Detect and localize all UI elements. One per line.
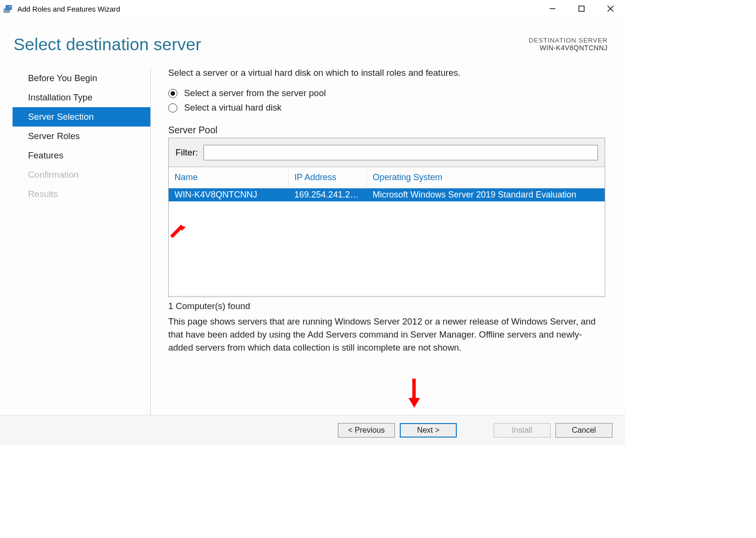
close-button[interactable]: [596, 0, 625, 17]
radio-label: Select a server from the server pool: [184, 88, 326, 99]
server-row[interactable]: WIN-K4V8QNTCNNJ 169.254.241.22... Micros…: [169, 188, 605, 201]
maximize-button[interactable]: [567, 0, 596, 17]
filter-input[interactable]: [204, 145, 598, 160]
titlebar: Add Roles and Features Wizard: [0, 0, 625, 17]
radio-server-pool[interactable]: Select a server from the server pool: [168, 88, 608, 99]
column-header-ip[interactable]: IP Address: [289, 167, 367, 188]
nav-before-you-begin[interactable]: Before You Begin: [13, 69, 150, 88]
nav-item-label: Installation Type: [28, 92, 92, 103]
cancel-button[interactable]: Cancel: [555, 423, 612, 438]
destination-server-label: DESTINATION SERVER: [529, 37, 608, 44]
annotation-arrow-icon: [405, 377, 424, 411]
button-label: Install: [512, 426, 532, 435]
cell-ip: 169.254.241.22...: [289, 190, 367, 200]
computers-found-text: 1 Computer(s) found: [168, 301, 608, 311]
radio-group: Select a server from the server pool Sel…: [168, 88, 608, 113]
minimize-button[interactable]: [538, 0, 567, 17]
grid-header: Name IP Address Operating System: [169, 167, 605, 188]
destination-server-block: DESTINATION SERVER WIN-K4V8QNTCNNJ: [529, 35, 608, 52]
main-pane: Select a server or a virtual hard disk o…: [151, 68, 608, 415]
radio-icon: [168, 103, 177, 113]
destination-server-value: WIN-K4V8QNTCNNJ: [529, 44, 608, 52]
svg-rect-2: [9, 6, 11, 7]
app-icon: [3, 4, 13, 14]
nav-item-label: Confirmation: [28, 170, 79, 180]
cell-os: Microsoft Windows Server 2019 Standard E…: [367, 190, 605, 200]
cell-name: WIN-K4V8QNTCNNJ: [169, 190, 289, 200]
button-label: < Previous: [348, 426, 385, 435]
nav-item-label: Results: [28, 189, 58, 199]
button-label: Cancel: [572, 426, 596, 435]
svg-rect-9: [412, 379, 416, 399]
body: Before You Begin Installation Type Serve…: [0, 59, 625, 415]
instruction-text: Select a server or a virtual hard disk o…: [168, 68, 608, 78]
svg-rect-1: [6, 5, 12, 10]
server-pool-box: Filter: Name IP Address Operating System…: [168, 138, 605, 297]
nav-item-label: Server Selection: [28, 112, 94, 122]
nav-server-roles[interactable]: Server Roles: [13, 127, 150, 146]
nav-results: Results: [13, 184, 150, 204]
install-button: Install: [494, 423, 551, 438]
page-title: Select destination server: [14, 35, 201, 54]
svg-rect-4: [579, 6, 584, 12]
grid-body: WIN-K4V8QNTCNNJ 169.254.241.22... Micros…: [169, 188, 605, 297]
nav-server-selection[interactable]: Server Selection: [13, 107, 150, 127]
header: Select destination server DESTINATION SE…: [0, 17, 625, 59]
svg-marker-10: [408, 398, 420, 408]
nav-installation-type[interactable]: Installation Type: [13, 88, 150, 107]
nav-item-label: Server Roles: [28, 131, 80, 142]
wizard-steps-nav: Before You Begin Installation Type Serve…: [13, 68, 151, 415]
nav-item-label: Before You Begin: [28, 73, 97, 84]
nav-item-label: Features: [28, 150, 63, 161]
column-header-name[interactable]: Name: [169, 167, 289, 188]
button-label: Next >: [417, 426, 440, 435]
window-title: Add Roles and Features Wizard: [17, 5, 120, 13]
nav-confirmation: Confirmation: [13, 165, 150, 184]
nav-features[interactable]: Features: [13, 146, 150, 165]
filter-bar: Filter:: [169, 138, 605, 167]
radio-virtual-hard-disk[interactable]: Select a virtual hard disk: [168, 102, 608, 113]
wizard-window: Add Roles and Features Wizard Select des…: [0, 0, 625, 445]
column-header-os[interactable]: Operating System: [367, 167, 605, 188]
radio-label: Select a virtual hard disk: [184, 102, 282, 113]
footer: < Previous Next > Install Cancel: [0, 415, 625, 445]
explanation-text: This page shows servers that are running…: [168, 315, 605, 354]
previous-button[interactable]: < Previous: [338, 423, 395, 438]
filter-label: Filter:: [175, 147, 198, 158]
radio-icon: [168, 89, 177, 98]
next-button[interactable]: Next >: [400, 423, 457, 438]
server-pool-label: Server Pool: [168, 125, 608, 136]
